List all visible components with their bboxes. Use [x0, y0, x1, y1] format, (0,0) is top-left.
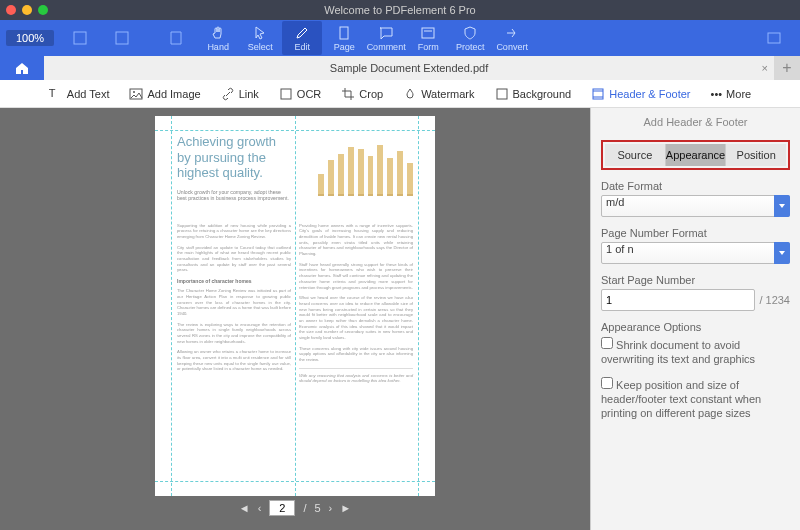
image-icon [129, 87, 143, 101]
ocr-icon [279, 87, 293, 101]
tab-position[interactable]: Position [726, 144, 786, 166]
prev-page-icon[interactable]: ◄ [239, 502, 250, 514]
page-subheading: Unlock growth for your company, adopt th… [177, 189, 292, 201]
form-tool-button[interactable]: Form [408, 21, 448, 55]
svg-rect-5 [768, 33, 780, 43]
document-page[interactable]: Achieving growth by pursuing the highest… [155, 116, 435, 496]
page-chart [318, 138, 413, 194]
edit-tool-button[interactable]: Edit [282, 21, 322, 55]
new-tab-button[interactable]: + [774, 59, 800, 77]
toolbar-button[interactable] [60, 21, 100, 55]
tab-bar: Sample Document Extended.pdf × + [0, 56, 800, 80]
watermark-button[interactable]: Watermark [399, 85, 478, 103]
page-number-input[interactable] [269, 500, 295, 516]
keep-position-checkbox-row[interactable]: Keep position and size of header/footer … [601, 376, 790, 421]
chevron-down-icon[interactable] [774, 242, 790, 264]
add-text-button[interactable]: TAdd Text [45, 85, 114, 103]
background-button[interactable]: Background [491, 85, 576, 103]
select-tool-button[interactable]: Select [240, 21, 280, 55]
start-page-label: Start Page Number [601, 274, 790, 286]
crop-button[interactable]: Crop [337, 85, 387, 103]
toolbar-button[interactable] [156, 21, 196, 55]
window-titlebar: Welcome to PDFelement 6 Pro [0, 0, 800, 20]
background-icon [495, 87, 509, 101]
page-number-format-select[interactable]: 1 of n [601, 242, 790, 264]
panel-tabs: Source Appearance Position [601, 140, 790, 170]
home-icon [14, 60, 30, 76]
toolbar-right-button[interactable] [754, 21, 794, 55]
hand-tool-button[interactable]: Hand [198, 21, 238, 55]
close-tab-icon[interactable]: × [762, 62, 768, 74]
svg-rect-9 [497, 89, 507, 99]
document-tab[interactable]: Sample Document Extended.pdf × [44, 56, 774, 80]
more-button[interactable]: •••More [707, 86, 756, 102]
shrink-checkbox[interactable] [601, 337, 613, 349]
tab-appearance[interactable]: Appearance [666, 144, 727, 166]
link-button[interactable]: Link [217, 85, 263, 103]
svg-rect-2 [340, 27, 348, 39]
start-page-total: / 1234 [759, 294, 790, 306]
page-sep: / [303, 502, 306, 514]
header-footer-icon [591, 87, 605, 101]
shrink-label: Shrink document to avoid overwriting its… [601, 339, 755, 365]
next-page-icon[interactable]: ► [340, 502, 351, 514]
document-canvas: Achieving growth by pursuing the highest… [0, 108, 590, 530]
header-footer-button[interactable]: Header & Footer [587, 85, 694, 103]
chevron-down-icon[interactable] [774, 195, 790, 217]
watermark-icon [403, 87, 417, 101]
panel-title: Add Header & Footer [601, 116, 790, 128]
link-icon [221, 87, 235, 101]
header-footer-panel: Add Header & Footer Source Appearance Po… [590, 108, 800, 530]
svg-point-7 [133, 91, 135, 93]
tab-source[interactable]: Source [605, 144, 666, 166]
edit-subtoolbar: TAdd Text Add Image Link OCR Crop Waterm… [0, 80, 800, 108]
svg-rect-0 [74, 32, 86, 44]
page-tool-button[interactable]: Page [324, 21, 364, 55]
window-title: Welcome to PDFelement 6 Pro [0, 4, 800, 16]
toolbar-button[interactable] [102, 21, 142, 55]
svg-rect-1 [116, 32, 128, 44]
more-icon: ••• [711, 88, 723, 100]
document-tab-title: Sample Document Extended.pdf [330, 62, 488, 74]
ocr-button[interactable]: OCR [275, 85, 325, 103]
date-format-select[interactable]: m/d [601, 195, 790, 217]
svg-rect-8 [281, 89, 291, 99]
next-icon[interactable]: › [329, 502, 333, 514]
appearance-options-label: Appearance Options [601, 321, 790, 333]
add-image-button[interactable]: Add Image [125, 85, 204, 103]
protect-tool-button[interactable]: Protect [450, 21, 490, 55]
prev-icon[interactable]: ‹ [258, 502, 262, 514]
svg-rect-3 [422, 28, 434, 38]
crop-icon [341, 87, 355, 101]
zoom-dropdown[interactable]: 100% [6, 30, 54, 46]
main-toolbar: 100% Hand Select Edit Page Comment Form … [0, 20, 800, 56]
page-navigator: ◄ ‹ / 5 › ► [239, 496, 351, 520]
keep-position-checkbox[interactable] [601, 377, 613, 389]
home-tab[interactable] [0, 56, 44, 80]
page-total: 5 [314, 502, 320, 514]
comment-tool-button[interactable]: Comment [366, 21, 406, 55]
date-format-label: Date Format [601, 180, 790, 192]
start-page-input[interactable] [601, 289, 755, 311]
shrink-checkbox-row[interactable]: Shrink document to avoid overwriting its… [601, 336, 790, 367]
page-heading: Achieving growth by pursuing the highest… [177, 134, 287, 181]
text-icon: T [49, 87, 63, 101]
convert-tool-button[interactable]: Convert [492, 21, 532, 55]
page-number-format-label: Page Number Format [601, 227, 790, 239]
keep-position-label: Keep position and size of header/footer … [601, 379, 761, 420]
